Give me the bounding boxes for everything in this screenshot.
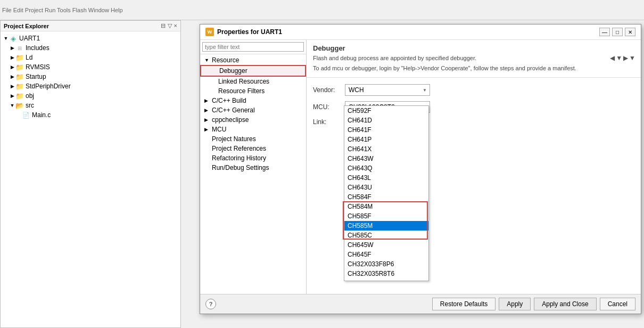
mcu-label: MCU: bbox=[313, 103, 345, 111]
dialog-minimize-button[interactable]: — bbox=[599, 28, 610, 36]
tree-label-stddriver: StdPeriphDriver bbox=[26, 83, 71, 90]
mcu-option-ch584m[interactable]: CH584M bbox=[344, 202, 428, 211]
mcu-option-ch643u[interactable]: CH643U bbox=[344, 183, 428, 192]
left-panel: ▼ Resource Debugger Linked Resources bbox=[200, 40, 307, 294]
arrow-uart1: ▼ bbox=[3, 36, 9, 41]
arrow-startup: ▶ bbox=[9, 74, 15, 79]
tree-item-obj[interactable]: ▶ 📁 obj bbox=[1, 91, 180, 101]
mcu-option-ch641p[interactable]: CH641P bbox=[344, 135, 428, 144]
nav-label-resource-filters: Resource Filters bbox=[218, 87, 265, 95]
dialog-title-icon: W bbox=[205, 28, 214, 36]
nav-item-refactoring[interactable]: Refactoring History bbox=[200, 153, 306, 163]
mcu-option-ch584f[interactable]: CH584F bbox=[344, 192, 428, 202]
nav-dropdown-button[interactable]: ▼ bbox=[616, 54, 622, 62]
tree-label-ld: Ld bbox=[26, 54, 32, 61]
mcu-option-ch645w[interactable]: CH645W bbox=[344, 240, 428, 250]
nav-label-run-debug: Run/Debug Settings bbox=[212, 164, 269, 171]
apply-button[interactable]: Apply bbox=[499, 298, 531, 310]
restore-defaults-button[interactable]: Restore Defaults bbox=[432, 298, 496, 310]
pe-menu-icon[interactable]: ▽ bbox=[168, 22, 172, 29]
nav-item-debugger[interactable]: Debugger bbox=[200, 65, 306, 77]
nav-label-refactoring: Refactoring History bbox=[212, 154, 266, 162]
dialog-maximize-button[interactable]: □ bbox=[612, 28, 623, 36]
vendor-label: Vendor: bbox=[313, 86, 345, 94]
vendor-select-wrapper: WCH bbox=[345, 84, 430, 96]
tree-item-src[interactable]: ▼ 📂 src bbox=[1, 101, 180, 110]
tree-item-includes[interactable]: ▶ ⊞ Includes bbox=[1, 43, 180, 53]
panel-content: Vendor: WCH MCU: bbox=[307, 78, 641, 294]
nav-item-linked-resources[interactable]: Linked Resources bbox=[200, 77, 306, 86]
vendor-control: WCH bbox=[345, 84, 634, 96]
mcu-dropdown-list[interactable]: CH592FCH641DCH641FCH641PCH641XCH643WCH64… bbox=[344, 105, 429, 281]
mcu-option-ch641f[interactable]: CH641F bbox=[344, 125, 428, 135]
nav-label-cpp-build: C/C++ Build bbox=[212, 97, 246, 104]
mcu-option-ch643w[interactable]: CH643W bbox=[344, 154, 428, 163]
project-icon: ◈ bbox=[9, 34, 18, 43]
vendor-row: Vendor: WCH bbox=[313, 84, 634, 96]
nav-item-project-natures[interactable]: Project Natures bbox=[200, 134, 306, 144]
tree-item-uart1[interactable]: ▼ ◈ UART1 bbox=[1, 34, 180, 43]
arrow-resource: ▼ bbox=[204, 58, 210, 63]
nav-tree: ▼ Resource Debugger Linked Resources bbox=[200, 54, 306, 294]
mcu-option-ch585f[interactable]: CH585F bbox=[344, 211, 428, 221]
nav-back-button[interactable]: ◀ bbox=[610, 54, 615, 62]
tree-item-main[interactable]: 📄 Main.c bbox=[1, 110, 180, 120]
panel-desc-line2: To add mcu or debugger, login by "Help->… bbox=[313, 64, 634, 72]
arrow-ld: ▶ bbox=[9, 55, 15, 60]
panel-title: Debugger bbox=[313, 44, 634, 52]
nav-item-cppcheclipse[interactable]: ▶ cppcheclipse bbox=[200, 115, 306, 125]
mcu-option-ch643q[interactable]: CH643Q bbox=[344, 163, 428, 173]
mcu-option-ch32x035r8t6[interactable]: CH32X035R8T6 bbox=[344, 269, 428, 278]
mcu-option-ch592f[interactable]: CH592F bbox=[344, 106, 428, 116]
mcu-option-ch32x035c8t6[interactable]: CH32X035C8T6 bbox=[344, 278, 428, 281]
mcu-option-ch32x033f8p6[interactable]: CH32X033F8P6 bbox=[344, 259, 428, 269]
nav-label-cppcheclipse: cppcheclipse bbox=[212, 116, 249, 124]
nav-item-project-refs[interactable]: Project References bbox=[200, 144, 306, 153]
pe-minimize-icon[interactable]: ⊟ bbox=[161, 22, 166, 29]
help-button[interactable]: ? bbox=[205, 299, 216, 309]
nav-item-mcu[interactable]: ▶ MCU bbox=[200, 125, 306, 134]
cancel-button[interactable]: Cancel bbox=[600, 298, 635, 310]
folder-icon-rvmsis: 📁 bbox=[15, 63, 24, 71]
arrow-cppcheclipse: ▶ bbox=[204, 117, 210, 122]
desktop: File Edit Project Run Tools Flash Window… bbox=[0, 0, 644, 328]
folder-icon-src: 📂 bbox=[15, 101, 24, 110]
mcu-option-ch643l[interactable]: CH643L bbox=[344, 173, 428, 183]
nav-item-cpp-general[interactable]: ▶ C/C++ General bbox=[200, 105, 306, 115]
footer-right: Restore Defaults Apply Apply and Close C… bbox=[432, 298, 635, 310]
tree-label-includes: Includes bbox=[26, 44, 49, 52]
panel-header: Debugger Flash and debug process are app… bbox=[307, 40, 641, 78]
tree-item-ld[interactable]: ▶ 📁 Ld bbox=[1, 53, 180, 62]
project-tree: ▼ ◈ UART1 ▶ ⊞ Includes ▶ 📁 Ld ▶ bbox=[1, 31, 180, 122]
nav-menu-button[interactable]: ▼ bbox=[629, 54, 635, 62]
tree-item-startup[interactable]: ▶ 📁 Startup bbox=[1, 72, 180, 81]
pe-close-icon[interactable]: × bbox=[174, 22, 177, 29]
folder-icon-stddriver: 📁 bbox=[15, 82, 24, 91]
dialog-close-button[interactable]: ✕ bbox=[625, 28, 635, 36]
folder-icon-ld: 📁 bbox=[15, 53, 24, 62]
vendor-select[interactable]: WCH bbox=[345, 84, 430, 96]
project-explorer: Project Explorer ⊟ ▽ × ▼ ◈ UART1 ▶ ⊞ Inc… bbox=[0, 20, 181, 328]
nav-item-resource-filters[interactable]: Resource Filters bbox=[200, 86, 306, 96]
includes-icon: ⊞ bbox=[15, 44, 24, 52]
arrow-includes: ▶ bbox=[9, 45, 15, 51]
mcu-option-ch641x[interactable]: CH641X bbox=[344, 144, 428, 154]
arrow-rvmsis: ▶ bbox=[9, 64, 15, 70]
nav-item-run-debug[interactable]: Run/Debug Settings bbox=[200, 163, 306, 173]
tree-item-rvmsis[interactable]: ▶ 📁 RVMSIS bbox=[1, 62, 180, 72]
tree-label-src: src bbox=[26, 102, 34, 109]
toolbar: File Edit Project Run Tools Flash Window… bbox=[0, 0, 644, 20]
dialog-body: ▼ Resource Debugger Linked Resources bbox=[200, 40, 641, 294]
mcu-option-ch641d[interactable]: CH641D bbox=[344, 116, 428, 125]
apply-close-button[interactable]: Apply and Close bbox=[534, 298, 596, 310]
nav-item-resource[interactable]: ▼ Resource bbox=[200, 55, 306, 65]
filter-input[interactable] bbox=[202, 42, 304, 52]
nav-item-cpp-build[interactable]: ▶ C/C++ Build bbox=[200, 96, 306, 105]
nav-label-cpp-general: C/C++ General bbox=[212, 106, 255, 114]
mcu-option-ch585m[interactable]: CH585M bbox=[344, 221, 428, 231]
filter-input-wrapper bbox=[200, 40, 306, 54]
nav-forward-button[interactable]: ▶ bbox=[623, 54, 628, 62]
mcu-option-ch585c[interactable]: CH585C bbox=[344, 231, 428, 240]
tree-item-stddriver[interactable]: ▶ 📁 StdPeriphDriver bbox=[1, 81, 180, 91]
mcu-option-ch645f[interactable]: CH645F bbox=[344, 250, 428, 259]
